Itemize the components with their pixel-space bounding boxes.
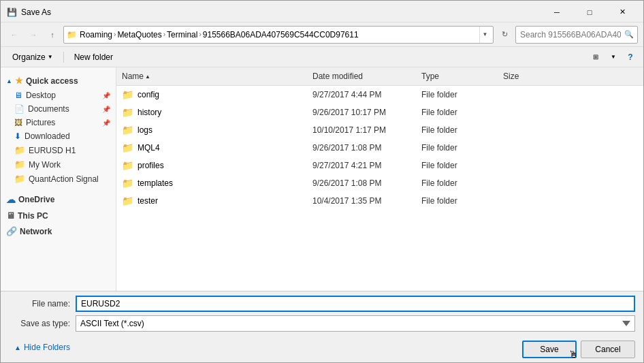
save-as-dialog: 💾 Save As ─ □ ✕ ← → ↑ 📁 Roaming › MetaQu…: [0, 0, 644, 363]
file-name: templates: [138, 178, 173, 188]
file-size: [498, 128, 552, 132]
sidebar-work-label: My Work: [29, 160, 61, 170]
filetype-row: Save as type: ASCII Text (*.csv)CSV File…: [9, 315, 635, 332]
filetype-select[interactable]: ASCII Text (*.csv)CSV Files (*.csv)All F…: [76, 315, 635, 332]
filetype-label: Save as type:: [9, 319, 70, 328]
file-size: [498, 110, 552, 114]
sidebar-item-downloaded[interactable]: ⬇ Downloaded: [1, 129, 116, 143]
folder-icon: 📁: [122, 142, 133, 153]
table-row[interactable]: 📁 profiles 9/27/2017 4:21 PM File folder: [116, 157, 643, 174]
sidebar-item-pictures[interactable]: 🖼 Pictures 📌: [1, 116, 116, 129]
folder-icon: 📁: [122, 195, 133, 206]
organize-button[interactable]: Organize ▼: [6, 50, 59, 64]
minimize-button[interactable]: ─: [541, 5, 573, 19]
breadcrumb-terminal[interactable]: Terminal: [167, 30, 197, 40]
file-date: 10/10/2017 1:17 PM: [307, 123, 416, 137]
sidebar: ▲ ★ Quick access 🖥 Desktop 📌 📄 Documents…: [1, 67, 116, 291]
file-type: File folder: [416, 176, 498, 190]
sidebar-onedrive-label: OneDrive: [18, 195, 54, 204]
table-row[interactable]: 📁 templates 9/26/2017 1:08 PM File folde…: [116, 174, 643, 192]
eurusd-folder-icon: 📁: [14, 145, 25, 155]
hide-folders-label: Hide Folders: [24, 343, 70, 352]
file-date: 9/27/2017 4:44 PM: [307, 88, 416, 101]
hide-folders-button[interactable]: ▲ Hide Folders: [9, 340, 76, 353]
view-button[interactable]: ⊞: [587, 50, 604, 65]
table-row[interactable]: 📁 history 9/26/2017 10:17 PM File folder: [116, 104, 643, 121]
sidebar-network-label: Network: [20, 227, 52, 236]
window-title: Save As: [21, 7, 541, 17]
table-row[interactable]: 📁 config 9/27/2017 4:44 PM File folder: [116, 86, 643, 104]
new-folder-button[interactable]: New folder: [68, 50, 119, 64]
table-row[interactable]: 📁 tester 10/4/2017 1:35 PM File folder: [116, 192, 643, 210]
breadcrumb-roaming[interactable]: Roaming: [80, 30, 112, 40]
search-icon: 🔍: [624, 30, 634, 39]
table-row[interactable]: 📁 logs 10/10/2017 1:17 PM File folder: [116, 121, 643, 139]
window-icon: 💾: [6, 7, 17, 18]
breadcrumb: Roaming › MetaQuotes › Terminal › 915566…: [80, 30, 477, 40]
action-buttons: Save 🖱 Cancel: [522, 338, 635, 358]
address-dropdown-button[interactable]: ▼: [479, 27, 490, 43]
command-bar: Organize ▼ New folder ⊞ ▼ ?: [1, 47, 643, 67]
quant-folder-icon: 📁: [14, 174, 25, 184]
file-size: [498, 199, 552, 203]
filename-row: File name:: [9, 296, 635, 312]
file-type: File folder: [416, 106, 498, 119]
sidebar-quant-label: QuantAction Signal: [29, 174, 99, 184]
view-dropdown-button[interactable]: ▼: [605, 50, 622, 65]
breadcrumb-folder-id[interactable]: 915566BA06ADA407569C544CC0D97611: [203, 30, 359, 40]
file-type: File folder: [416, 159, 498, 172]
maximize-button[interactable]: □: [574, 5, 605, 19]
file-name: config: [138, 90, 159, 99]
file-date: 9/26/2017 10:17 PM: [307, 106, 416, 119]
help-button[interactable]: ?: [623, 50, 638, 65]
cancel-button[interactable]: Cancel: [581, 341, 635, 358]
col-header-date[interactable]: Date modified: [307, 69, 416, 84]
title-bar: 💾 Save As ─ □ ✕: [1, 1, 643, 22]
sidebar-thispc[interactable]: 🖥 This PC: [1, 208, 116, 223]
file-name: logs: [138, 125, 152, 135]
view-options: ⊞ ▼ ?: [587, 50, 638, 65]
address-toolbar: ← → ↑ 📁 Roaming › MetaQuotes › Terminal …: [1, 22, 643, 47]
save-button[interactable]: Save 🖱: [522, 341, 577, 358]
search-wrapper: 🔍: [515, 26, 638, 44]
col-header-size[interactable]: Size: [498, 69, 552, 84]
col-header-type[interactable]: Type: [416, 69, 498, 84]
folder-icon: 📁: [122, 107, 133, 118]
cursor-indicator: 🖱: [568, 349, 578, 360]
quick-access-label: Quick access: [26, 76, 78, 86]
pics-pin-icon: 📌: [102, 119, 110, 127]
forward-button[interactable]: →: [25, 27, 42, 43]
file-date: 9/26/2017 1:08 PM: [307, 141, 416, 155]
folder-icon: 📁: [122, 178, 133, 189]
col-header-name[interactable]: Name ▲: [116, 69, 307, 84]
close-button[interactable]: ✕: [607, 5, 638, 19]
file-type: File folder: [416, 194, 498, 208]
main-content: ▲ ★ Quick access 🖥 Desktop 📌 📄 Documents…: [1, 67, 643, 291]
sidebar-section-quick-access[interactable]: ▲ ★ Quick access: [1, 73, 116, 89]
table-row[interactable]: 📁 MQL4 9/26/2017 1:08 PM File folder: [116, 139, 643, 157]
up-button[interactable]: ↑: [44, 27, 61, 43]
sidebar-item-eurusd[interactable]: 📁 EURUSD H1: [1, 143, 116, 157]
refresh-button[interactable]: ↻: [496, 27, 513, 43]
file-type: File folder: [416, 123, 498, 137]
address-bar[interactable]: 📁 Roaming › MetaQuotes › Terminal › 9155…: [63, 26, 494, 44]
sort-icon: ▲: [145, 74, 150, 80]
file-size: [498, 181, 552, 185]
search-input[interactable]: [515, 26, 638, 44]
file-size: [498, 93, 552, 97]
window-controls: ─ □ ✕: [541, 5, 638, 19]
quick-access-collapse-icon: ▲: [6, 78, 12, 84]
sidebar-network[interactable]: 🔗 Network: [1, 223, 116, 239]
sidebar-item-quant[interactable]: 📁 QuantAction Signal: [1, 172, 116, 186]
sidebar-onedrive[interactable]: ☁ OneDrive: [1, 191, 116, 208]
sidebar-item-desktop[interactable]: 🖥 Desktop 📌: [1, 89, 116, 102]
file-date: 10/4/2017 1:35 PM: [307, 194, 416, 208]
back-button[interactable]: ←: [6, 27, 22, 43]
sidebar-item-documents[interactable]: 📄 Documents 📌: [1, 102, 116, 116]
sidebar-item-my-work[interactable]: 📁 My Work: [1, 157, 116, 172]
folder-icon: 📁: [122, 160, 133, 171]
work-folder-icon: 📁: [14, 159, 25, 170]
breadcrumb-metaquotes[interactable]: MetaQuotes: [117, 30, 161, 40]
hide-folders-icon: ▲: [14, 344, 21, 351]
filename-input[interactable]: [76, 296, 635, 312]
